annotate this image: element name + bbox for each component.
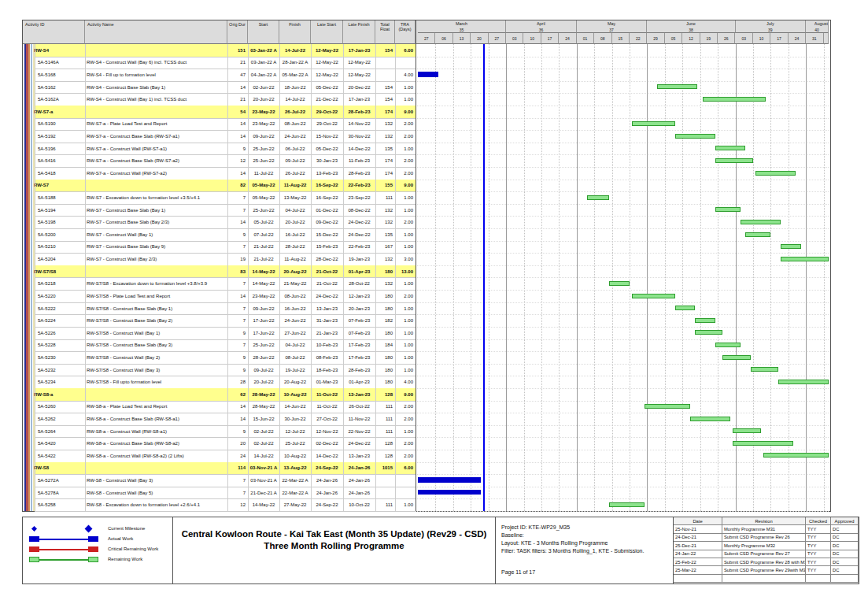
revision-cell: DC bbox=[831, 525, 859, 533]
gantt-bar-remaining[interactable] bbox=[715, 158, 753, 163]
gantt-bar-remaining[interactable] bbox=[645, 404, 690, 409]
revision-cell: TYY bbox=[806, 534, 831, 542]
footer-frame: Current MilestoneActual WorkCritical Rem… bbox=[22, 517, 859, 584]
gantt-bar-remaining[interactable] bbox=[778, 380, 829, 384]
gantt-bar-remaining[interactable] bbox=[741, 220, 781, 224]
month-header-july: July39 bbox=[736, 20, 807, 33]
gantt-bar-remaining[interactable] bbox=[657, 84, 697, 89]
chart-row-line bbox=[416, 351, 829, 365]
gantt-bar-remaining[interactable] bbox=[587, 195, 610, 200]
revision-cell: 24-Jan-22 bbox=[674, 550, 722, 558]
table-row-line bbox=[35, 351, 416, 365]
gantt-bar-remaining[interactable] bbox=[609, 281, 630, 286]
week-header-cell: 27 bbox=[418, 33, 435, 44]
revision-cell: Submit CSD Programme Rev 27 bbox=[722, 550, 806, 558]
gantt-bar-actual[interactable] bbox=[418, 477, 481, 483]
gantt-bar-remaining[interactable] bbox=[690, 417, 730, 421]
gantt-bar-remaining[interactable] bbox=[715, 343, 741, 347]
gantt-bar-remaining[interactable] bbox=[722, 355, 750, 360]
chart-row-line bbox=[416, 57, 829, 70]
gantt-bar-remaining[interactable] bbox=[675, 134, 715, 139]
gantt-bar-remaining[interactable] bbox=[755, 171, 796, 176]
revision-cell: DC bbox=[831, 542, 859, 550]
table-header-col-activity-name: Activity Name bbox=[85, 20, 227, 44]
chart-row-line bbox=[416, 44, 829, 57]
table-row-line bbox=[35, 290, 416, 303]
revision-cell: Submit CSD Programme Rev 28 with M34 Mo.… bbox=[722, 558, 806, 566]
table-row-line bbox=[35, 474, 416, 487]
gantt-bar-remaining[interactable] bbox=[745, 232, 770, 237]
table-row-line bbox=[35, 106, 416, 119]
gantt-bar-actual[interactable] bbox=[418, 490, 481, 495]
table-row-line bbox=[35, 401, 416, 414]
week-gridline bbox=[718, 44, 718, 511]
gantt-bar-actual[interactable] bbox=[418, 72, 438, 77]
footer-divider bbox=[495, 517, 496, 584]
month-name: April bbox=[537, 20, 545, 27]
month-header-april: April36 bbox=[506, 20, 577, 33]
table-row-line bbox=[35, 498, 416, 512]
revision-cell: TYY bbox=[806, 558, 831, 566]
gantt-bar-remaining[interactable] bbox=[695, 330, 722, 335]
table-row-line bbox=[35, 425, 416, 439]
table-header-col-tra: TRA (Days) bbox=[395, 20, 416, 44]
remaining-work-icon bbox=[88, 557, 98, 562]
column-line bbox=[248, 44, 249, 511]
gantt-bar-remaining[interactable] bbox=[733, 441, 793, 446]
gantt-bar-remaining[interactable] bbox=[632, 121, 674, 126]
actual-work-icon bbox=[29, 536, 39, 542]
table-row-line bbox=[35, 413, 416, 426]
gantt-bar-remaining[interactable] bbox=[715, 207, 741, 212]
gantt-bar-remaining[interactable] bbox=[675, 306, 696, 310]
week-gridline bbox=[665, 44, 666, 511]
week-header-cell: 19 bbox=[700, 33, 718, 44]
legend-item-actual: Actual Work bbox=[29, 535, 171, 544]
chart-row-line bbox=[416, 204, 829, 217]
report-title-line1: Central Kowloon Route - Kai Tak East (Mo… bbox=[173, 528, 495, 540]
month-header-august: August40 bbox=[806, 20, 829, 33]
critical-work-icon bbox=[39, 549, 88, 550]
week-header-cell: 31 bbox=[806, 33, 823, 44]
week-header-cell: 03 bbox=[506, 33, 523, 44]
table-row-line bbox=[35, 118, 416, 132]
revision-col-checked: Checked bbox=[806, 517, 831, 525]
page-number: Page 11 of 17 bbox=[501, 569, 535, 575]
gantt-bar-remaining[interactable] bbox=[695, 318, 715, 323]
table-row-line bbox=[35, 228, 416, 242]
gantt-bar-remaining[interactable] bbox=[632, 294, 674, 298]
gantt-bar-remaining[interactable] bbox=[751, 367, 778, 372]
week-header-cell: 12 bbox=[682, 33, 700, 44]
chart-row-line bbox=[416, 462, 829, 476]
gantt-bar-remaining[interactable] bbox=[715, 146, 745, 150]
table-row-line bbox=[35, 204, 416, 217]
chart-row-line bbox=[416, 253, 829, 266]
week-gridline bbox=[541, 44, 542, 511]
baseline: Baseline: bbox=[501, 532, 670, 539]
week-header-cell: 06 bbox=[435, 33, 452, 44]
revision-cell: DC bbox=[831, 566, 859, 574]
month-gridline bbox=[506, 44, 507, 511]
actual-work-icon bbox=[88, 536, 98, 542]
p6-gantt-report-page: Activity IDActivity NameOrig DurStartFin… bbox=[0, 0, 868, 615]
table-row-line bbox=[35, 314, 416, 328]
revision-table: DateRevisionCheckedApproved25-Nov-21Mont… bbox=[674, 517, 859, 584]
gantt-bar-remaining[interactable] bbox=[781, 244, 801, 249]
month-header-may: May37 bbox=[577, 20, 648, 33]
project-id: Project ID: KTE-WP29_M35 bbox=[501, 524, 670, 532]
milestone-icon bbox=[31, 526, 37, 532]
gantt-bar-remaining[interactable] bbox=[703, 97, 766, 102]
revision-cell: Monthly Programme M32 bbox=[722, 542, 806, 550]
gantt-bar-remaining[interactable] bbox=[781, 257, 829, 261]
gantt-bar-remaining[interactable] bbox=[733, 428, 760, 433]
table-header-col-orig-dur: Orig Dur bbox=[227, 20, 248, 44]
chart-row-line bbox=[416, 81, 829, 94]
revision-cell: Submit CSD Programme Rev 29with M35 Mon.… bbox=[722, 566, 806, 574]
table-row-line bbox=[35, 143, 416, 156]
month-number: 39 bbox=[768, 27, 773, 32]
gantt-bar-remaining[interactable] bbox=[609, 502, 645, 507]
month-gridline bbox=[577, 44, 578, 511]
revision-col-approved: Approved bbox=[831, 517, 859, 525]
gantt-bar-remaining[interactable] bbox=[763, 453, 829, 458]
month-gridline bbox=[806, 44, 807, 511]
table-row-line bbox=[35, 265, 416, 279]
